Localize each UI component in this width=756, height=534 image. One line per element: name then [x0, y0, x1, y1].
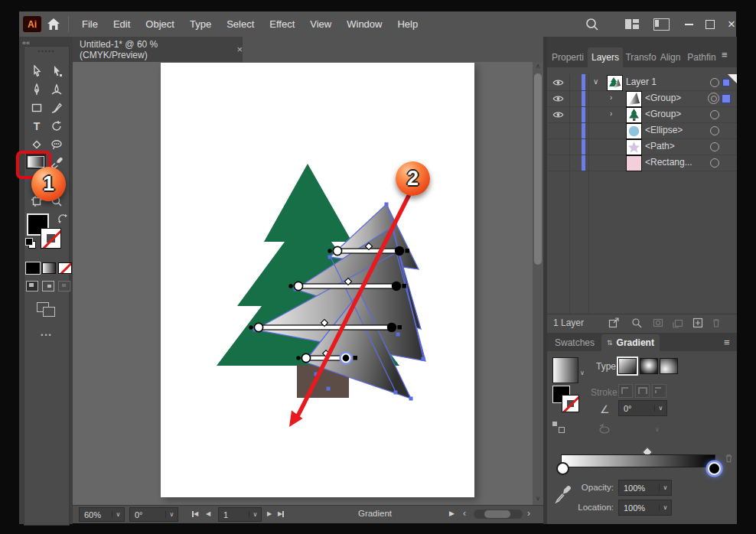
- target-circle[interactable]: [710, 142, 719, 151]
- scroll-down-icon[interactable]: ∨: [533, 495, 543, 502]
- layer-thumbnail[interactable]: [626, 123, 642, 139]
- layer-row[interactable]: <Path>: [547, 138, 737, 155]
- panel-menu-icon[interactable]: ≡: [724, 337, 730, 348]
- visibility-toggle[interactable]: [547, 74, 570, 90]
- selection-indicator[interactable]: [722, 94, 731, 103]
- last-artboard-button[interactable]: ▶: [278, 510, 284, 517]
- document-tab[interactable]: Untitled-1* @ 60 % (CMYK/Preview) ×: [73, 37, 243, 62]
- menu-item-view[interactable]: View: [302, 18, 339, 30]
- gradient-stop-end[interactable]: [708, 462, 721, 475]
- layer-name[interactable]: <Group>: [645, 109, 681, 119]
- stroke-within-button[interactable]: [618, 384, 633, 398]
- layer-row[interactable]: <Rectang...: [547, 155, 737, 171]
- make-mask-icon[interactable]: [653, 317, 663, 331]
- menu-item-object[interactable]: Object: [138, 18, 182, 30]
- menu-item-window[interactable]: Window: [339, 18, 389, 30]
- visibility-toggle[interactable]: [547, 138, 570, 155]
- swap-fill-stroke-icon[interactable]: [58, 214, 68, 224]
- gradient-button[interactable]: [42, 262, 56, 274]
- rotation-dropdown[interactable]: 0°∨: [129, 507, 178, 522]
- new-layer-icon[interactable]: [692, 317, 703, 331]
- tab-pathfinder[interactable]: Pathfin: [684, 47, 719, 67]
- next-artboard-button[interactable]: ▶: [267, 510, 272, 517]
- home-icon[interactable]: [47, 18, 60, 31]
- shaper-tool[interactable]: [47, 135, 66, 154]
- locate-object-icon[interactable]: [631, 317, 642, 331]
- reverse-gradient-icon[interactable]: [552, 422, 564, 432]
- pen-tool[interactable]: [28, 80, 46, 99]
- draw-behind-mode-icon[interactable]: [42, 281, 54, 291]
- artboard-number-dropdown[interactable]: 1∨: [218, 507, 262, 522]
- draw-normal-mode-icon[interactable]: [26, 281, 38, 291]
- scroll-right-icon[interactable]: ›: [527, 508, 530, 519]
- menu-item-type[interactable]: Type: [182, 18, 219, 30]
- layer-row[interactable]: ∨ Layer 1: [547, 74, 737, 91]
- target-circle[interactable]: [710, 110, 719, 119]
- menu-item-effect[interactable]: Effect: [262, 18, 302, 30]
- color-button[interactable]: [26, 262, 40, 274]
- visibility-toggle[interactable]: [547, 122, 570, 138]
- layer-name[interactable]: <Path>: [645, 141, 675, 151]
- freeform-gradient-button[interactable]: [660, 358, 678, 374]
- tab-layers[interactable]: Layers: [588, 47, 623, 67]
- gradient-stop-start[interactable]: [556, 462, 569, 475]
- stroke-color-swatch[interactable]: [41, 228, 61, 249]
- tab-align[interactable]: Align: [657, 47, 684, 67]
- tab-properties[interactable]: Properti: [551, 47, 585, 67]
- app-logo-icon[interactable]: Ai: [23, 16, 41, 32]
- rectangle-tool[interactable]: [28, 99, 46, 117]
- stroke-across-button[interactable]: [652, 384, 666, 398]
- menu-item-help[interactable]: Help: [389, 18, 425, 30]
- scroll-up-icon[interactable]: ∧: [533, 63, 543, 70]
- screen-mode-icon-2[interactable]: [43, 307, 55, 317]
- none-button[interactable]: [58, 262, 72, 274]
- zoom-level-dropdown[interactable]: 60%∨: [79, 507, 125, 522]
- draw-inside-mode-icon[interactable]: [58, 281, 70, 291]
- linear-gradient-button[interactable]: [618, 358, 637, 374]
- layer-name[interactable]: <Group>: [645, 93, 681, 103]
- default-fill-stroke-icon[interactable]: [25, 238, 36, 249]
- horizontal-scrollbar[interactable]: [474, 510, 523, 519]
- scrollbar-thumb[interactable]: [534, 73, 542, 265]
- workspace-switcher-icon[interactable]: [625, 19, 639, 29]
- tab-close-icon[interactable]: ×: [236, 44, 243, 55]
- scroll-left-icon[interactable]: ‹: [463, 508, 466, 519]
- layer-name[interactable]: <Rectang...: [645, 157, 692, 168]
- artwork-canvas[interactable]: [73, 62, 543, 505]
- opacity-dropdown[interactable]: 100%∨: [618, 480, 672, 496]
- arrange-documents-icon[interactable]: [653, 18, 670, 31]
- selection-tool[interactable]: [28, 62, 46, 80]
- menu-item-file[interactable]: File: [74, 18, 106, 30]
- direct-selection-tool[interactable]: [47, 62, 66, 80]
- layer-thumbnail[interactable]: [626, 139, 642, 155]
- layer-thumbnail[interactable]: [626, 91, 642, 107]
- search-icon[interactable]: [585, 18, 599, 31]
- angle-dropdown[interactable]: 0°∨: [618, 400, 667, 416]
- target-circle-selected[interactable]: [708, 93, 719, 104]
- maximize-button[interactable]: [700, 11, 720, 37]
- gradient-slider[interactable]: [561, 454, 715, 467]
- location-dropdown[interactable]: 100%∨: [618, 500, 672, 516]
- layer-thumbnail[interactable]: [626, 107, 642, 123]
- selection-indicator[interactable]: [722, 79, 730, 86]
- tab-swatches[interactable]: Swatches: [553, 334, 596, 351]
- tab-transform[interactable]: Transfo: [624, 47, 657, 67]
- panel-menu-icon[interactable]: ≡: [722, 49, 728, 60]
- target-circle[interactable]: [710, 78, 719, 87]
- layer-row[interactable]: › <Group>: [547, 106, 737, 123]
- menu-item-edit[interactable]: Edit: [106, 18, 138, 30]
- layer-row[interactable]: › <Group>: [547, 90, 737, 107]
- type-tool[interactable]: T: [28, 117, 46, 135]
- layer-thumbnail[interactable]: [607, 75, 623, 91]
- previous-artboard-button[interactable]: ◀: [206, 510, 210, 517]
- eyedropper-icon[interactable]: [555, 484, 572, 504]
- target-circle[interactable]: [710, 158, 719, 168]
- toolbar-grip[interactable]: •••••: [24, 48, 69, 54]
- radial-gradient-button[interactable]: [640, 358, 658, 374]
- close-button[interactable]: ×: [722, 11, 741, 37]
- layer-thumbnail[interactable]: [626, 155, 642, 171]
- menu-item-select[interactable]: Select: [219, 18, 262, 30]
- expand-chevron-icon[interactable]: ›: [610, 93, 612, 102]
- status-expand-icon[interactable]: ▶: [449, 510, 455, 517]
- layer-row[interactable]: <Ellipse>: [547, 122, 737, 139]
